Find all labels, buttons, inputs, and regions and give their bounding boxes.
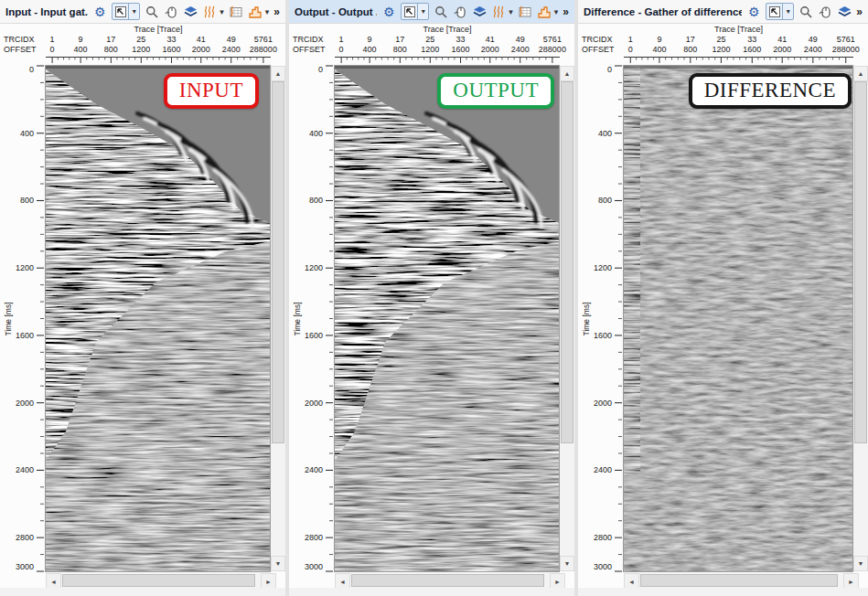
- dropdown-arrow-icon[interactable]: ▾: [509, 7, 513, 16]
- wiggle-display-icon[interactable]: [202, 5, 217, 19]
- header-tick-value: 5761: [837, 35, 855, 44]
- panel-footer-filler: [289, 588, 574, 596]
- horizontal-scroll-thumb[interactable]: [351, 574, 544, 587]
- trace-ruler: [335, 57, 560, 65]
- vertical-scroll-thumb[interactable]: [561, 81, 573, 443]
- offset-values: 04008001200160020002400288000: [624, 45, 853, 54]
- svg-text:400: 400: [20, 129, 34, 138]
- svg-text:2400: 2400: [305, 465, 323, 474]
- horizontal-scroll-thumb[interactable]: [62, 574, 255, 587]
- seismic-view[interactable]: INPUT: [46, 66, 270, 571]
- horizontal-scrollbar[interactable]: ◄ ►: [624, 573, 859, 588]
- horizontal-scroll-thumb[interactable]: [640, 574, 838, 587]
- panel-badge: OUTPUT: [437, 73, 554, 109]
- amplitude-histogram-icon[interactable]: [537, 5, 552, 19]
- mouse-tool-icon[interactable]: [818, 5, 832, 19]
- panel-toolbar: Difference - Gather of difference [ ... …: [578, 0, 868, 24]
- scroll-up-button[interactable]: ▲: [853, 66, 868, 81]
- dropdown-arrow-icon[interactable]: ▾: [265, 7, 270, 16]
- settings-gear-icon[interactable]: ⚙: [746, 5, 761, 19]
- toolbar-overflow-icon[interactable]: »: [563, 5, 569, 18]
- dropdown-arrow-icon[interactable]: ▾: [417, 4, 428, 19]
- svg-text:400: 400: [309, 129, 323, 138]
- dropdown-arrow-icon[interactable]: ▾: [128, 4, 139, 19]
- header-tick-value: 1200: [421, 45, 439, 54]
- layers-icon[interactable]: [472, 5, 487, 19]
- scroll-up-button[interactable]: ▲: [271, 66, 285, 81]
- dropdown-arrow-icon[interactable]: ▾: [782, 4, 793, 19]
- offset-values: 04008001200160020002400288000: [335, 45, 560, 54]
- scroll-up-button[interactable]: ▲: [560, 66, 574, 81]
- select-mode-icon[interactable]: [113, 4, 128, 19]
- offset-label: OFFSET: [582, 45, 615, 54]
- vertical-scroll-thumb[interactable]: [854, 81, 867, 443]
- offset-values: 04008001200160020002400288000: [46, 45, 271, 54]
- panel-input: Input - Input gat... ⚙▾▾▾ » Trace [Trace…: [0, 0, 285, 596]
- horizontal-scroll-track[interactable]: [350, 573, 550, 588]
- header-tick-value: 9: [79, 35, 83, 44]
- header-tick-value: 2000: [192, 45, 210, 54]
- select-mode-icon[interactable]: [402, 4, 417, 19]
- header-tick-value: 2000: [481, 45, 499, 54]
- seismic-image[interactable]: [624, 66, 852, 571]
- select-mode-icon-group[interactable]: ▾: [766, 3, 794, 20]
- dropdown-arrow-icon[interactable]: ▾: [220, 7, 224, 16]
- seismic-view[interactable]: OUTPUT: [335, 66, 559, 571]
- zoom-icon[interactable]: [434, 5, 448, 19]
- header-tick-value: 41: [777, 35, 787, 44]
- panel-footer-filler: [0, 588, 285, 596]
- vertical-scrollbar[interactable]: ▲ ▼: [852, 66, 868, 571]
- scroll-down-button[interactable]: ▼: [271, 556, 285, 571]
- panel-footer-filler: [578, 588, 868, 596]
- header-tick-value: 800: [683, 45, 697, 54]
- zoom-icon[interactable]: [145, 5, 159, 19]
- horizontal-scroll-track[interactable]: [61, 573, 261, 588]
- amplitude-histogram-icon[interactable]: [248, 5, 263, 19]
- seismic-image[interactable]: [46, 66, 270, 571]
- seismic-view[interactable]: DIFFERENCE: [624, 66, 852, 571]
- layers-icon[interactable]: [183, 5, 198, 19]
- trcidx-values: 1917253341495761: [335, 35, 560, 44]
- spreadsheet-view-icon[interactable]: [229, 5, 243, 19]
- vertical-scroll-track[interactable]: [271, 81, 285, 556]
- select-mode-icon[interactable]: [766, 4, 782, 19]
- vertical-scroll-track[interactable]: [560, 81, 574, 556]
- horizontal-scrollbar[interactable]: ◄ ►: [335, 573, 565, 588]
- zoom-icon[interactable]: [798, 5, 813, 19]
- vertical-scroll-thumb[interactable]: [272, 81, 284, 443]
- panel-badge: INPUT: [164, 73, 259, 109]
- scroll-down-button[interactable]: ▼: [853, 556, 868, 571]
- mouse-tool-icon[interactable]: [164, 5, 178, 19]
- seismic-image[interactable]: [335, 66, 559, 571]
- header-tick-value: 33: [747, 35, 756, 44]
- vertical-scroll-track[interactable]: [853, 81, 868, 556]
- dropdown-arrow-icon[interactable]: ▾: [554, 7, 559, 16]
- header-tick-value: 17: [106, 35, 115, 44]
- toolbar-overflow-icon[interactable]: »: [856, 5, 863, 18]
- header-tick-value: 1200: [132, 45, 150, 54]
- header-tick-value: 1200: [712, 45, 730, 54]
- horizontal-scroll-track[interactable]: [639, 573, 843, 588]
- vertical-scrollbar[interactable]: ▲ ▼: [270, 66, 285, 571]
- wiggle-display-icon[interactable]: [491, 5, 506, 19]
- spreadsheet-view-icon[interactable]: [518, 5, 532, 19]
- trace-axis-header: Trace [Trace] TRCIDX 1917253341495761 OF…: [0, 24, 285, 66]
- toolbar-icons: ⚙▾: [746, 3, 852, 20]
- svg-text:400: 400: [598, 129, 612, 138]
- header-tick-value: 17: [686, 35, 695, 44]
- svg-text:800: 800: [309, 196, 323, 205]
- vertical-scrollbar[interactable]: ▲ ▼: [559, 66, 574, 571]
- layers-icon[interactable]: [837, 5, 852, 19]
- scroll-down-button[interactable]: ▼: [560, 556, 574, 571]
- select-mode-icon-group[interactable]: ▾: [401, 3, 429, 20]
- header-tick-value: 41: [197, 35, 206, 44]
- mouse-tool-icon[interactable]: [453, 5, 467, 19]
- panel-badge: DIFFERENCE: [689, 73, 852, 109]
- select-mode-icon-group[interactable]: ▾: [112, 3, 140, 20]
- toolbar-overflow-icon[interactable]: »: [273, 5, 280, 18]
- settings-gear-icon[interactable]: ⚙: [381, 5, 396, 19]
- panel-toolbar: Output - Output ... ⚙▾▾▾ »: [289, 0, 574, 24]
- settings-gear-icon[interactable]: ⚙: [92, 5, 107, 19]
- panel-output: Output - Output ... ⚙▾▾▾ » Trace [Trace]…: [289, 0, 574, 596]
- horizontal-scrollbar[interactable]: ◄ ►: [46, 573, 276, 588]
